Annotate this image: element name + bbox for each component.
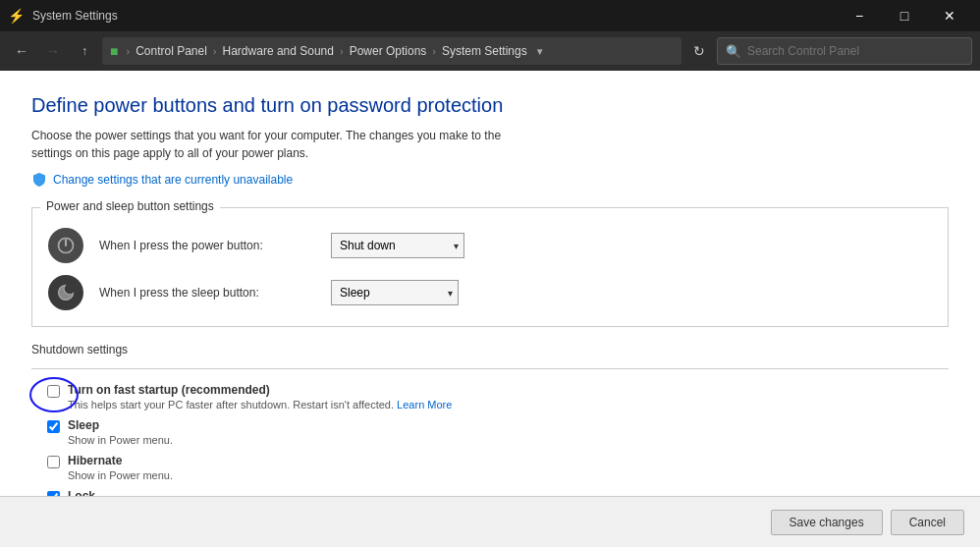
sleep-label-group: Sleep Show in Power menu.: [68, 418, 173, 446]
breadcrumb-home-icon: ■: [110, 43, 118, 59]
sleep-button-select[interactable]: Do nothing Sleep Hibernate Shut down: [331, 280, 459, 305]
forward-button[interactable]: →: [39, 37, 67, 65]
sleep-button-row: When I press the sleep button: Do nothin…: [48, 275, 932, 310]
search-icon: 🔍: [726, 44, 741, 59]
shield-icon: [31, 172, 47, 188]
shutdown-section: Shutdown settings Turn on fast startup (…: [31, 343, 949, 496]
breadcrumb-hardware-sound[interactable]: Hardware and Sound: [219, 42, 338, 60]
power-button-select-wrapper: Do nothing Sleep Hibernate Shut down Tur…: [331, 233, 464, 258]
breadcrumb-sep-1: ›: [211, 45, 219, 57]
power-button-label: When I press the power button:: [99, 239, 315, 252]
sleep-checkbox[interactable]: [47, 420, 60, 433]
maximize-button[interactable]: □: [882, 0, 927, 31]
title-bar-controls: − □ ✕: [837, 0, 972, 31]
section-divider: [31, 368, 949, 369]
page-title: Define power buttons and turn on passwor…: [31, 94, 949, 117]
search-input[interactable]: [747, 44, 963, 58]
shutdown-section-title: Shutdown settings: [31, 343, 949, 356]
sleep-description: Show in Power menu.: [68, 434, 173, 446]
lock-label-group: Lock Show in account picture menu.: [68, 489, 215, 496]
window-title: System Settings: [32, 9, 118, 23]
up-button[interactable]: ↑: [71, 37, 98, 65]
minimize-button[interactable]: −: [837, 0, 882, 31]
power-sleep-legend: Power and sleep button settings: [40, 199, 220, 213]
back-button[interactable]: ←: [8, 37, 35, 65]
change-settings-text: Change settings that are currently unava…: [53, 173, 293, 187]
fast-startup-row: Turn on fast startup (recommended) This …: [47, 383, 949, 410]
title-bar: ⚡ System Settings − □ ✕: [0, 0, 980, 31]
fast-startup-description: This helps start your PC faster after sh…: [68, 399, 452, 410]
sleep-row: Sleep Show in Power menu.: [47, 418, 949, 446]
sleep-label[interactable]: Sleep: [68, 418, 173, 432]
title-bar-left: ⚡ System Settings: [8, 8, 118, 24]
fast-startup-label-group: Turn on fast startup (recommended) This …: [68, 383, 452, 410]
change-settings-link[interactable]: Change settings that are currently unava…: [31, 172, 949, 188]
lock-label[interactable]: Lock: [68, 489, 215, 496]
hibernate-label-group: Hibernate Show in Power menu.: [68, 454, 173, 481]
hibernate-row: Hibernate Show in Power menu.: [47, 454, 949, 481]
breadcrumb-sep-0: ›: [124, 45, 132, 57]
hibernate-description: Show in Power menu.: [68, 469, 173, 481]
bottom-bar: Save changes Cancel: [0, 496, 980, 547]
close-button[interactable]: ✕: [927, 0, 972, 31]
refresh-button[interactable]: ↻: [685, 37, 713, 65]
breadcrumb-dropdown-icon[interactable]: ▼: [535, 46, 545, 57]
page-description: Choose the power settings that you want …: [31, 127, 522, 162]
lock-row: Lock Show in account picture menu.: [47, 489, 949, 496]
main-content: Define power buttons and turn on passwor…: [0, 71, 980, 496]
window-icon: ⚡: [8, 8, 25, 24]
breadcrumb-control-panel[interactable]: Control Panel: [132, 42, 211, 60]
power-button-select[interactable]: Do nothing Sleep Hibernate Shut down Tur…: [331, 233, 464, 258]
breadcrumb-bar[interactable]: ■ › Control Panel › Hardware and Sound ›…: [102, 37, 681, 65]
breadcrumb-sep-3: ›: [430, 45, 438, 57]
breadcrumb-power-options[interactable]: Power Options: [346, 42, 431, 60]
breadcrumb-sep-2: ›: [338, 45, 346, 57]
cancel-button[interactable]: Cancel: [891, 510, 964, 535]
hibernate-checkbox[interactable]: [47, 456, 60, 468]
save-changes-button[interactable]: Save changes: [771, 510, 883, 535]
address-bar: ← → ↑ ■ › Control Panel › Hardware and S…: [0, 31, 980, 71]
sleep-button-label: When I press the sleep button:: [99, 286, 315, 300]
power-icon-circle: [48, 228, 83, 263]
fast-startup-checkbox[interactable]: [47, 385, 60, 398]
fast-startup-label[interactable]: Turn on fast startup (recommended): [68, 383, 452, 397]
breadcrumb-system-settings[interactable]: System Settings: [438, 42, 531, 60]
lock-checkbox[interactable]: [47, 491, 60, 496]
power-sleep-section: Power and sleep button settings When I p…: [31, 207, 949, 327]
power-button-row: When I press the power button: Do nothin…: [48, 228, 932, 263]
sleep-button-select-wrapper: Do nothing Sleep Hibernate Shut down: [331, 280, 459, 305]
learn-more-link[interactable]: Learn More: [397, 399, 452, 410]
search-bar: 🔍: [717, 37, 972, 65]
hibernate-label[interactable]: Hibernate: [68, 454, 173, 467]
sleep-icon-circle: [48, 275, 83, 310]
